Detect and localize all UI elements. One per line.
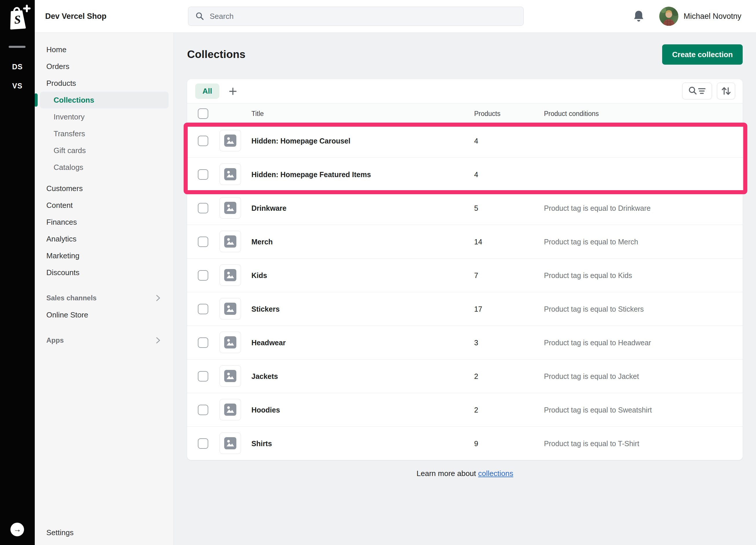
workspace-badge-ds[interactable]: DS xyxy=(0,63,35,71)
image-placeholder-icon xyxy=(224,369,237,383)
expand-arrow-button[interactable]: → xyxy=(10,523,24,536)
collection-condition: Product tag is equal to Merch xyxy=(544,237,638,246)
sidebar-item-label: Online Store xyxy=(46,311,88,320)
row-checkbox[interactable] xyxy=(198,136,208,146)
collection-condition: Product tag is equal to T-Shirt xyxy=(544,439,639,448)
table-row-merch[interactable]: Merch14Product tag is equal to Merch xyxy=(187,225,743,258)
notifications-button[interactable] xyxy=(633,10,645,23)
svg-text:S: S xyxy=(14,13,21,26)
sidebar-item-label: Content xyxy=(46,201,73,210)
sidebar-item-marketing[interactable]: Marketing xyxy=(35,247,174,264)
plus-icon xyxy=(229,87,237,96)
collection-title[interactable]: Headwear xyxy=(251,338,286,347)
shopify-plus-logo[interactable]: S xyxy=(3,2,31,30)
sidebar-item-transfers[interactable]: Transfers xyxy=(35,125,174,142)
sort-button[interactable] xyxy=(717,83,735,99)
table-row-stickers[interactable]: Stickers17Product tag is equal to Sticke… xyxy=(187,292,743,326)
row-checkbox[interactable] xyxy=(198,169,208,180)
sidebar-item-customers[interactable]: Customers xyxy=(35,180,174,197)
search-and-filter-button[interactable] xyxy=(682,83,712,99)
add-view-button[interactable] xyxy=(228,86,238,96)
collection-product-count: 9 xyxy=(474,439,478,448)
sidebar-item-products[interactable]: Products xyxy=(35,75,174,92)
column-header-conditions: Product conditions xyxy=(544,110,599,118)
arrow-right-icon: → xyxy=(13,525,21,534)
sidebar-item-label: Products xyxy=(46,79,76,88)
avatar[interactable] xyxy=(659,7,678,26)
user-name[interactable]: Michael Novotny xyxy=(684,0,742,32)
tab-all[interactable]: All xyxy=(195,83,219,99)
collection-condition: Product tag is equal to Stickers xyxy=(544,305,644,313)
image-placeholder-icon xyxy=(224,167,237,181)
footer-text: Learn more about xyxy=(417,469,478,478)
sidebar-item-discounts[interactable]: Discounts xyxy=(35,264,174,281)
sidebar-item-apps[interactable]: Apps xyxy=(35,332,174,349)
collection-product-count: 4 xyxy=(474,136,478,145)
sidebar-item-label: Orders xyxy=(46,62,69,71)
sidebar-item-label: Apps xyxy=(46,336,64,345)
page-header: Collections Create collection xyxy=(187,44,743,65)
sidebar-item-label: Discounts xyxy=(46,268,79,277)
sidebar-item-sales-channels[interactable]: Sales channels xyxy=(35,290,174,307)
row-checkbox[interactable] xyxy=(198,371,208,382)
table-row-headwear[interactable]: Headwear3Product tag is equal to Headwea… xyxy=(187,326,743,360)
table-row-shirts[interactable]: Shirts9Product tag is equal to T-Shirt xyxy=(187,427,743,460)
select-all-checkbox[interactable] xyxy=(198,108,208,119)
collection-title[interactable]: Drinkware xyxy=(251,204,286,212)
collection-product-count: 7 xyxy=(474,271,478,280)
sidebar-item-label: Transfers xyxy=(54,129,85,138)
shopify-admin-collections-page: S DS VS → Dev Vercel Shop xyxy=(0,0,756,545)
collections-help-link[interactable]: collections xyxy=(478,469,513,478)
rail-divider xyxy=(9,46,25,48)
column-header-products: Products xyxy=(474,110,501,118)
table-row-drinkware[interactable]: Drinkware5Product tag is equal to Drinkw… xyxy=(187,191,743,225)
sidebar-item-gift-cards[interactable]: Gift cards xyxy=(35,142,174,159)
table-row-kids[interactable]: Kids7Product tag is equal to Kids xyxy=(187,258,743,292)
collection-title[interactable]: Merch xyxy=(251,237,273,246)
sidebar-item-catalogs[interactable]: Catalogs xyxy=(35,159,174,176)
collection-title[interactable]: Hoodies xyxy=(251,406,280,414)
image-placeholder-icon xyxy=(224,235,237,248)
collection-title[interactable]: Jackets xyxy=(251,372,278,380)
global-search[interactable] xyxy=(188,7,524,26)
sidebar-item-content[interactable]: Content xyxy=(35,197,174,214)
collection-thumbnail xyxy=(220,197,241,218)
sidebar-item-analytics[interactable]: Analytics xyxy=(35,230,174,247)
search-icon xyxy=(195,12,204,21)
search-input[interactable] xyxy=(209,7,523,26)
row-checkbox[interactable] xyxy=(198,203,208,213)
table-row-hoodies[interactable]: Hoodies2Product tag is equal to Sweatshi… xyxy=(187,393,743,427)
sidebar-item-inventory[interactable]: Inventory xyxy=(35,108,174,125)
row-checkbox[interactable] xyxy=(198,304,208,314)
row-checkbox[interactable] xyxy=(198,438,208,449)
collection-product-count: 2 xyxy=(474,406,478,414)
table-row-jackets[interactable]: Jackets2Product tag is equal to Jacket xyxy=(187,360,743,393)
shopify-bag-icon: S xyxy=(3,2,31,30)
collection-title[interactable]: Hidden: Homepage Featured Items xyxy=(251,170,371,178)
collection-title[interactable]: Shirts xyxy=(251,439,272,448)
create-collection-button[interactable]: Create collection xyxy=(662,44,743,65)
sidebar-item-home[interactable]: Home xyxy=(35,41,174,58)
collection-thumbnail xyxy=(220,332,241,353)
collection-title[interactable]: Kids xyxy=(251,271,267,280)
table-row-hidden-homepage-featured-items[interactable]: Hidden: Homepage Featured Items4 xyxy=(187,158,743,191)
column-header-title: Title xyxy=(251,110,264,118)
row-checkbox[interactable] xyxy=(198,338,208,348)
row-checkbox[interactable] xyxy=(198,405,208,415)
sidebar-item-finances[interactable]: Finances xyxy=(35,214,174,230)
collection-title[interactable]: Stickers xyxy=(251,305,280,313)
chevron-right-icon xyxy=(155,336,161,345)
table-row-hidden-homepage-carousel[interactable]: Hidden: Homepage Carousel4 xyxy=(187,124,743,158)
tabs-row: All xyxy=(187,79,743,103)
sidebar-nav: HomeOrdersProductsCollectionsInventoryTr… xyxy=(35,32,174,349)
image-placeholder-icon xyxy=(224,302,237,316)
sidebar-item-online-store[interactable]: Online Store xyxy=(35,307,174,323)
row-checkbox[interactable] xyxy=(198,236,208,247)
sidebar-item-settings[interactable]: Settings xyxy=(46,528,74,537)
workspace-badge-vs[interactable]: VS xyxy=(0,82,35,90)
collection-thumbnail xyxy=(220,399,241,420)
row-checkbox[interactable] xyxy=(198,270,208,281)
collection-title[interactable]: Hidden: Homepage Carousel xyxy=(251,136,350,145)
sidebar-item-collections[interactable]: Collections xyxy=(40,92,169,108)
sidebar-item-orders[interactable]: Orders xyxy=(35,58,174,75)
